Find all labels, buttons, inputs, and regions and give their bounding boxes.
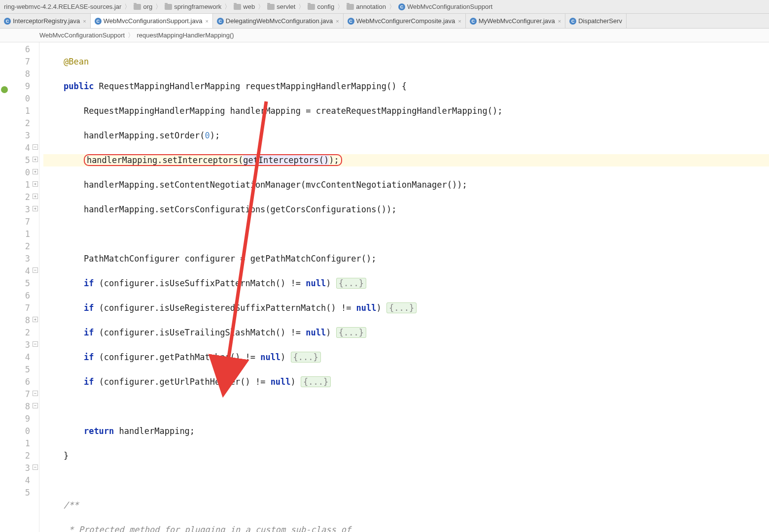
fold-icon[interactable]: − xyxy=(33,144,38,150)
close-icon[interactable]: × xyxy=(558,18,561,24)
close-icon[interactable]: × xyxy=(83,18,86,24)
tab-interceptor-registry[interactable]: CInterceptorRegistry.java× xyxy=(0,14,91,28)
code-editor[interactable]: 6 7 8 9 0 1 2 3 4− 5+ 0+ 1+ 2+ 3+ 7 1 2 … xyxy=(0,42,769,532)
crumb-config[interactable]: config xyxy=(306,3,336,10)
crumb-web[interactable]: web xyxy=(232,3,257,10)
close-icon[interactable]: × xyxy=(205,18,208,24)
crumb-jar[interactable]: ring-webmvc-4.2.4.RELEASE-sources.jar xyxy=(2,3,123,10)
class-icon: C xyxy=(348,18,354,25)
fold-icon[interactable]: + xyxy=(33,181,38,187)
folder-icon xyxy=(234,4,241,10)
tab-webmvc-configurer-composite[interactable]: CWebMvcConfigurerComposite.java× xyxy=(344,14,466,28)
folder-icon xyxy=(308,4,315,10)
fold-icon[interactable]: − xyxy=(33,341,38,347)
fold-icon[interactable]: + xyxy=(33,169,38,174)
folder-icon xyxy=(347,4,354,10)
fold-icon[interactable]: − xyxy=(33,391,38,396)
code-area[interactable]: @Bean public RequestMappingHandlerMappin… xyxy=(39,42,769,532)
crumb-annotation[interactable]: annotation xyxy=(345,3,388,10)
crumb-class[interactable]: CWebMvcConfigurationSupport xyxy=(396,3,494,10)
class-icon: C xyxy=(4,18,11,25)
crumb-springframework[interactable]: springframework xyxy=(163,3,223,10)
folder-icon xyxy=(134,4,141,10)
crumb-servlet[interactable]: servlet xyxy=(265,3,297,10)
fold-icon[interactable]: + xyxy=(33,194,38,199)
tab-my-webmvc-configurer[interactable]: CMyWebMvcConfigurer.java× xyxy=(466,14,566,28)
fold-icon[interactable]: − xyxy=(33,267,38,273)
editor-tabs: CInterceptorRegistry.java× CWebMvcConfig… xyxy=(0,14,769,29)
highlight-box-1: handlerMapping.setInterceptors(getInterc… xyxy=(84,154,342,166)
line-number-gutter: 6 7 8 9 0 1 2 3 4− 5+ 0+ 1+ 2+ 3+ 7 1 2 … xyxy=(0,42,39,532)
fold-icon[interactable]: − xyxy=(33,403,38,408)
code-breadcrumb: WebMvcConfigurationSupport 〉 requestMapp… xyxy=(0,29,769,42)
fold-icon[interactable]: + xyxy=(33,206,38,211)
crumb-org[interactable]: org xyxy=(132,3,154,10)
breadcrumb-bar: ring-webmvc-4.2.4.RELEASE-sources.jar〉 o… xyxy=(0,0,769,14)
folder-icon xyxy=(267,4,275,10)
class-icon: C xyxy=(470,18,477,25)
fold-icon[interactable]: + xyxy=(33,157,38,162)
fold-icon[interactable]: − xyxy=(33,465,38,470)
class-icon: C xyxy=(398,3,405,10)
tab-delegating-webmvc-config[interactable]: CDelegatingWebMvcConfiguration.java× xyxy=(213,14,344,28)
method-crumb[interactable]: requestMappingHandlerMapping() xyxy=(137,32,234,39)
tab-dispatcher-servlet[interactable]: CDispatcherServ xyxy=(565,14,627,28)
class-icon: C xyxy=(569,18,576,25)
folder-icon xyxy=(165,4,172,10)
tab-webmvc-config-support[interactable]: CWebMvcConfigurationSupport.java× xyxy=(91,14,213,28)
fold-icon[interactable]: + xyxy=(33,317,38,322)
class-icon: C xyxy=(217,18,224,25)
close-icon[interactable]: × xyxy=(336,18,339,24)
class-crumb[interactable]: WebMvcConfigurationSupport xyxy=(39,32,125,39)
class-icon: C xyxy=(95,18,102,25)
close-icon[interactable]: × xyxy=(458,18,461,24)
